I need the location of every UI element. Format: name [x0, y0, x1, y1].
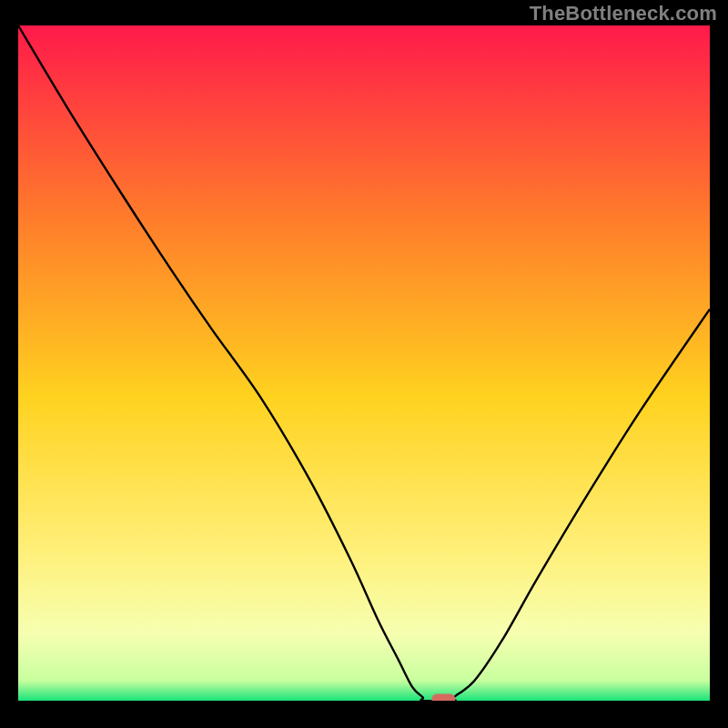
- chart-frame: { "watermark": "TheBottleneck.com", "col…: [0, 0, 728, 728]
- frame-right: [710, 0, 728, 728]
- plot-background: [18, 25, 710, 701]
- bottleneck-chart: [0, 0, 728, 728]
- frame-left: [0, 0, 18, 728]
- frame-bottom: [0, 701, 728, 728]
- watermark-text: TheBottleneck.com: [530, 2, 717, 25]
